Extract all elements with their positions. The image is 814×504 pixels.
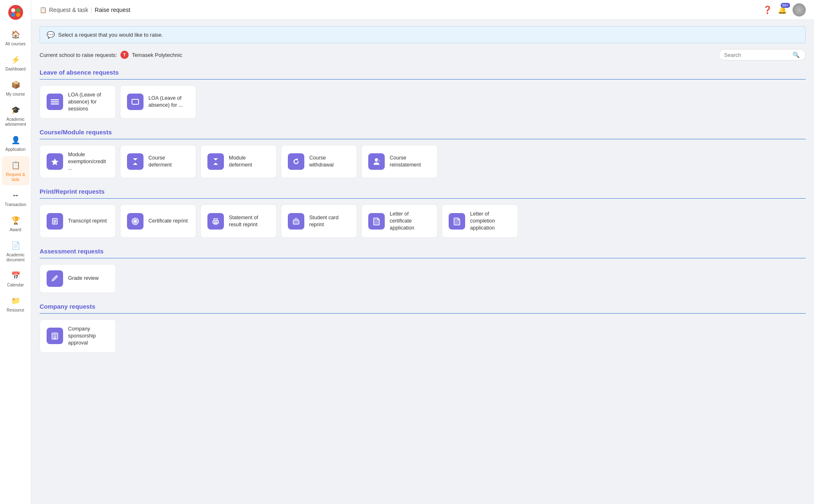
section-course-module: Course/Module requestsModule exemption/c… [40,129,806,178]
content-area: 💬 Select a request that you would like t… [31,20,814,504]
svg-rect-31 [293,220,299,224]
sidebar-item-resource[interactable]: 📁 Resource [2,292,30,316]
svg-rect-8 [132,99,139,104]
search-icon: 🔍 [793,52,800,58]
card-course-withdrawal[interactable]: Course withdrawal [281,145,357,178]
sidebar-item-academic-document[interactable]: 📄 Academic document [2,237,30,266]
section-title-assessment: Assessment requests [40,248,806,255]
svg-rect-20 [54,220,56,221]
help-button[interactable]: ❓ [763,5,772,14]
card-module-exemption[interactable]: Module exemption/credit ... [40,145,116,178]
card-label-transcript-reprint: Transcript reprint [68,218,107,225]
section-title-leave-absence: Leave of absence requests [40,69,806,76]
svg-marker-14 [295,158,298,161]
sidebar-item-all-courses[interactable]: 🏠 All courses [2,26,30,50]
sidebar-item-calendar[interactable]: 📅 Calendar [2,267,30,291]
section-leave-absence: Leave of absence requestsLOA (Leave of a… [40,69,806,119]
card-label-course-reinstatement: Course reinstatement [390,155,431,169]
sidebar-label-all-courses: All courses [5,42,26,47]
sidebar-label-calendar: Calendar [7,283,24,288]
section-print-reprint: Print/Reprint requestsTranscript reprint… [40,188,806,238]
sidebar-label-resource: Resource [7,308,24,313]
breadcrumb-icon: 📋 [40,7,47,13]
card-grade-review[interactable]: Grade review [40,264,116,293]
sidebar-label-academic-document: Academic document [3,253,28,263]
card-icon-student-card-reprint [288,213,304,230]
svg-rect-22 [54,223,55,223]
sidebar-label-award: Award [9,227,21,232]
card-icon-course-reinstatement [368,153,385,170]
card-letter-certificate[interactable]: Letter of certificate application [361,204,438,238]
section-divider-leave-absence [40,79,806,80]
cards-grid-company: Company sponsorship approval [40,319,806,353]
svg-rect-35 [54,336,54,337]
section-title-print-reprint: Print/Reprint requests [40,188,806,195]
section-title-course-module: Course/Module requests [40,129,806,136]
card-icon-course-withdrawal [288,153,304,170]
card-label-module-exemption: Module exemption/credit ... [68,151,109,172]
sidebar-icon-application: 👤 [10,134,21,146]
avatar[interactable] [793,3,806,16]
sidebar-label-application: Application [5,147,26,152]
svg-rect-5 [51,99,59,101]
search-input[interactable] [724,52,790,58]
card-course-deferment[interactable]: Course deferment [120,145,196,178]
sidebar-item-request-task[interactable]: 📋 Request & task [2,156,30,185]
cards-grid-leave-absence: LOA (Leave of absence) for sessionsLOA (… [40,85,806,119]
section-company: Company requestsCompany sponsorship appr… [40,303,806,353]
card-loa-sessions[interactable]: LOA (Leave of absence) for sessions [40,85,116,119]
svg-rect-28 [214,218,218,221]
svg-rect-34 [55,334,56,335]
card-icon-certificate-reprint [127,213,144,230]
info-banner: 💬 Select a request that you would like t… [40,26,806,43]
card-label-loa-other: LOA (Leave of absence) for ... [148,95,189,109]
notification-button[interactable]: 🔔 99+ [778,5,787,14]
card-company-sponsorship[interactable]: Company sponsorship approval [40,319,116,353]
svg-rect-10 [133,158,137,159]
sidebar-icon-academic-advisement: 🎓 [10,104,21,116]
sidebar-icon-transaction: ↔️ [10,190,21,201]
card-loa-other[interactable]: LOA (Leave of absence) for ... [120,85,196,119]
breadcrumb: 📋 Request & task | Raise request [40,7,130,13]
sidebar-item-award[interactable]: 🏆 Award [2,211,30,236]
card-statement-result-reprint[interactable]: Statement of result reprint [200,204,277,238]
card-icon-letter-certificate [368,213,385,230]
sidebar-item-my-course[interactable]: 📦 My course [2,76,30,100]
card-transcript-reprint[interactable]: Transcript reprint [40,204,116,238]
sidebar-item-dashboard[interactable]: ⚡ Dashboard [2,51,30,75]
school-row: Current school to raise requests: T Tema… [40,49,806,61]
card-icon-module-exemption [47,153,63,170]
search-box[interactable]: 🔍 [719,49,806,61]
card-course-reinstatement[interactable]: Course reinstatement [361,145,438,178]
sidebar-icon-academic-document: 📄 [10,240,21,251]
card-module-deferment[interactable]: Module deferment [200,145,277,178]
sidebar-item-academic-advisement[interactable]: 🎓 Academic advisement [2,101,30,130]
card-icon-company-sponsorship [47,328,63,344]
card-letter-completion[interactable]: Letter of completion application [442,204,518,238]
card-label-course-withdrawal: Course withdrawal [309,155,350,169]
bubble-icon: 💬 [47,31,55,39]
card-student-card-reprint[interactable]: Student card reprint [281,204,357,238]
cards-grid-course-module: Module exemption/credit ...Course deferm… [40,145,806,178]
card-icon-letter-completion [449,213,465,230]
school-badge: T [120,51,129,59]
svg-rect-11 [133,164,137,165]
sidebar: 🏠 All courses ⚡ Dashboard 📦 My course 🎓 … [0,0,31,504]
sidebar-item-application[interactable]: 👤 Application [2,131,30,155]
svg-point-4 [16,13,20,17]
svg-rect-7 [51,103,59,105]
info-banner-text: Select a request that you would like to … [58,32,163,38]
sidebar-icon-dashboard: ⚡ [10,54,21,66]
sidebar-label-my-course: My course [6,92,25,97]
section-divider-assessment [40,258,806,258]
card-label-grade-review: Grade review [68,275,99,282]
svg-rect-37 [54,338,56,339]
card-certificate-reprint[interactable]: Certificate reprint [120,204,196,238]
card-label-company-sponsorship: Company sponsorship approval [68,326,109,347]
sidebar-icon-award: 🏆 [10,215,21,226]
sidebar-item-transaction[interactable]: ↔️ Transaction [2,186,30,211]
sidebar-label-transaction: Transaction [5,202,26,207]
card-label-letter-certificate: Letter of certificate application [390,211,431,232]
breadcrumb-separator: | [91,7,92,13]
topbar: 📋 Request & task | Raise request ❓ 🔔 99+ [31,0,814,20]
